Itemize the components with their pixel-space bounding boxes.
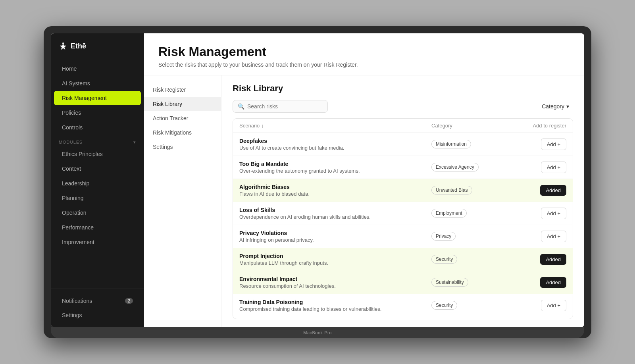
- laptop-screen: Ethē Home AI Systems Risk Management Pol…: [51, 33, 584, 327]
- sidebar-item-leadership[interactable]: Leadership: [54, 176, 141, 191]
- action-cell: Add +: [503, 139, 566, 150]
- category-badge: Sustainability: [431, 278, 468, 287]
- scenario-name: Training Data Poisoning: [239, 299, 431, 305]
- category-badge: Excessive Agency: [431, 163, 479, 171]
- app-logo: Ethē: [51, 33, 144, 58]
- search-input[interactable]: [247, 103, 323, 110]
- sub-nav-risk-library[interactable]: Risk Library: [144, 97, 221, 111]
- category-cell: Privacy: [431, 232, 503, 241]
- page-header: Risk Management Select the risks that ap…: [144, 33, 584, 75]
- scenario-cell: Loss of Skills Overdependence on AI erod…: [239, 207, 431, 220]
- table-row: Algorithmic Biases Flaws in AI due to bi…: [233, 179, 573, 202]
- chevron-down-icon: ▾: [566, 103, 569, 110]
- sidebar-item-policies[interactable]: Policies: [54, 106, 141, 120]
- added-button[interactable]: Added: [540, 185, 566, 196]
- scenario-description: Use of AI to create convincing but fake …: [239, 145, 431, 151]
- table-row: Loss of Skills Overdependence on AI erod…: [233, 202, 573, 225]
- table-header: Scenario ↓ Category Add to register: [233, 119, 573, 133]
- scenario-description: AI infringing on personal privacy.: [239, 237, 431, 243]
- main-content: Risk Management Select the risks that ap…: [144, 33, 584, 327]
- add-register-column-header: Add to register: [503, 123, 566, 129]
- app-layout: Ethē Home AI Systems Risk Management Pol…: [51, 33, 584, 327]
- category-filter-label: Category: [542, 103, 564, 110]
- add-button[interactable]: Add +: [541, 231, 566, 242]
- scenario-cell: Training Data Poisoning Compromised trai…: [239, 299, 431, 312]
- sidebar-item-ethics-principles[interactable]: Ethics Principles: [54, 147, 141, 161]
- table-row: Environmental Impact Resource consumptio…: [233, 271, 573, 294]
- sidebar-item-notifications[interactable]: Notifications 2: [54, 294, 141, 308]
- scenario-description: Over-extending the autonomy granted to A…: [239, 168, 431, 174]
- sidebar-item-planning[interactable]: Planning: [54, 191, 141, 205]
- add-button[interactable]: Add +: [541, 300, 566, 311]
- action-cell: Added: [503, 185, 566, 196]
- table-row: Deepfakes Use of AI to create convincing…: [233, 133, 573, 156]
- scenario-description: Overdependence on AI eroding human skill…: [239, 214, 431, 220]
- category-column-header: Category: [431, 123, 503, 129]
- category-badge: Privacy: [431, 232, 456, 241]
- sidebar-item-home[interactable]: Home: [54, 62, 141, 76]
- scenario-description: Manipulates LLM through crafty inputs.: [239, 260, 431, 266]
- sub-nav-action-tracker[interactable]: Action Tracker: [144, 111, 221, 125]
- scenario-name: Prompt Injection: [239, 253, 431, 259]
- table-row: Too Big a Mandate Over-extending the aut…: [233, 156, 573, 179]
- added-button[interactable]: Added: [540, 277, 566, 288]
- scenario-cell: Privacy Violations AI infringing on pers…: [239, 230, 431, 243]
- sidebar-item-operation[interactable]: Operation: [54, 206, 141, 220]
- add-button[interactable]: Add +: [541, 208, 566, 219]
- sidebar-item-controls[interactable]: Controls: [54, 120, 141, 135]
- scenario-description: Flaws in AI due to biased data.: [239, 191, 431, 197]
- scenario-name: Privacy Violations: [239, 230, 431, 236]
- laptop-frame: Ethē Home AI Systems Risk Management Pol…: [44, 26, 591, 338]
- search-icon: 🔍: [238, 103, 244, 110]
- category-filter[interactable]: Category ▾: [538, 101, 573, 112]
- category-cell: Excessive Agency: [431, 163, 503, 171]
- table-row: Training Data Poisoning Compromised trai…: [233, 294, 573, 317]
- category-badge: Security: [431, 255, 457, 264]
- logo-icon: [59, 42, 67, 51]
- table-row: Prompt Injection Manipulates LLM through…: [233, 248, 573, 271]
- content-area: Risk Register Risk Library Action Tracke…: [144, 75, 584, 327]
- action-cell: Add +: [503, 208, 566, 219]
- category-badge: Employment: [431, 209, 467, 218]
- sidebar: Ethē Home AI Systems Risk Management Pol…: [51, 33, 144, 327]
- scenario-description: Resource consumption of AI technologies.: [239, 283, 431, 289]
- risk-library-header: Risk Library: [233, 83, 573, 94]
- add-button[interactable]: Add +: [541, 162, 566, 173]
- category-badge: Unwanted Bias: [431, 186, 472, 195]
- sub-nav-risk-mitigations[interactable]: Risk Mitigations: [144, 125, 221, 140]
- scenario-description: Compromised training data leading to bia…: [239, 306, 431, 312]
- sidebar-item-improvement[interactable]: Improvement: [54, 235, 141, 249]
- sidebar-item-context[interactable]: Context: [54, 162, 141, 176]
- page-title: Risk Management: [158, 44, 570, 59]
- sub-nav-settings[interactable]: Settings: [144, 140, 221, 154]
- scenario-name: Environmental Impact: [239, 276, 431, 282]
- risk-table: Scenario ↓ Category Add to register Deep…: [233, 118, 573, 319]
- category-cell: Misinformation: [431, 140, 503, 148]
- add-button[interactable]: Add +: [541, 139, 566, 150]
- sidebar-item-performance[interactable]: Performance: [54, 220, 141, 235]
- sidebar-item-ai-systems[interactable]: AI Systems: [54, 76, 141, 91]
- laptop-model: MacBook Pro: [303, 330, 332, 335]
- sidebar-item-risk-management[interactable]: Risk Management: [54, 91, 141, 105]
- category-cell: Sustainability: [431, 278, 503, 287]
- category-badge: Security: [431, 301, 457, 310]
- svg-rect-0: [62, 42, 64, 44]
- added-button[interactable]: Added: [540, 254, 566, 265]
- sidebar-nav: Home AI Systems Risk Management Policies…: [51, 58, 144, 289]
- sub-nav: Risk Register Risk Library Action Tracke…: [144, 75, 221, 327]
- scenario-name: Loss of Skills: [239, 207, 431, 213]
- category-cell: Security: [431, 301, 503, 310]
- action-cell: Add +: [503, 162, 566, 173]
- search-box[interactable]: 🔍: [233, 100, 328, 113]
- action-cell: Add +: [503, 231, 566, 242]
- app-name: Ethē: [71, 42, 86, 50]
- scenario-cell: Deepfakes Use of AI to create convincing…: [239, 138, 431, 151]
- table-body: Deepfakes Use of AI to create convincing…: [233, 133, 573, 319]
- scenario-cell: Prompt Injection Manipulates LLM through…: [239, 253, 431, 266]
- scenario-name: Too Big a Mandate: [239, 161, 431, 167]
- category-badge: Misinformation: [431, 140, 471, 148]
- sub-nav-risk-register[interactable]: Risk Register: [144, 83, 221, 97]
- scenario-column-header[interactable]: Scenario ↓: [239, 123, 431, 129]
- sidebar-item-settings[interactable]: Settings: [54, 308, 141, 322]
- table-row: Privacy Violations AI infringing on pers…: [233, 225, 573, 248]
